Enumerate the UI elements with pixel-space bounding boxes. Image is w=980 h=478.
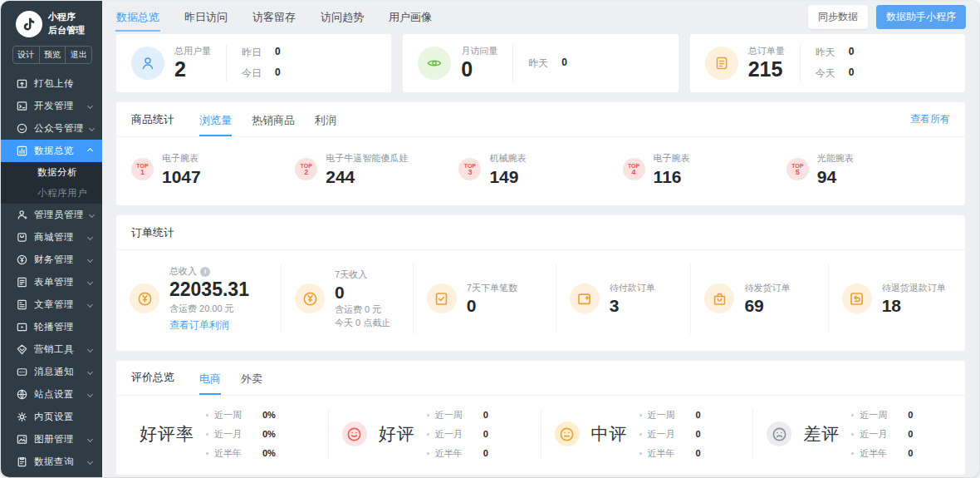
- top-rank-badge: TOP5: [786, 158, 809, 180]
- chevron-down-icon: [87, 257, 93, 263]
- logout-button[interactable]: 退出: [65, 47, 91, 63]
- neutral-reviews-group: 中评 近一周0 近一月0 近半年0: [541, 409, 753, 460]
- metric-label: 近一月: [860, 428, 894, 441]
- sidebar-item-notifications[interactable]: 消息通知: [1, 361, 102, 383]
- coin-icon: [130, 283, 159, 313]
- info-icon[interactable]: i: [200, 267, 210, 277]
- metric-value: 0: [908, 410, 913, 420]
- bullet-dot: [851, 433, 854, 436]
- stat-main: 总订单量 215: [748, 45, 801, 81]
- package-upload-icon: [16, 77, 28, 90]
- sidebar-item-promotion[interactable]: 推广管理: [1, 473, 102, 477]
- sidebar-item-data-query[interactable]: 数据查询: [1, 451, 102, 473]
- metric-value: 0%: [262, 448, 276, 458]
- order-stats-row: 总收入i 22035.31 含运费 20.00 元 查看订单利润 7天收入 0 …: [116, 250, 965, 351]
- sync-data-button[interactable]: 同步数据: [808, 5, 868, 29]
- badge-rank: 2: [304, 169, 308, 176]
- sidebar-item-data-overview[interactable]: 数据总览: [1, 140, 102, 162]
- detail-label: 昨日: [242, 46, 275, 60]
- product-value: 244: [326, 167, 408, 187]
- product-value: 116: [654, 167, 690, 187]
- neutral-face-icon: [555, 421, 580, 446]
- order-value: 3: [610, 295, 655, 316]
- product-name: 电子腕表: [162, 152, 201, 165]
- metric-label: 近一周: [214, 409, 249, 421]
- review-stats-header: 评价总览 电商 外卖: [116, 361, 965, 396]
- tab-ecommerce[interactable]: 电商: [199, 361, 221, 395]
- order-label: 待发货订单: [744, 282, 790, 294]
- total-revenue-item: 总收入i 22035.31 含运费 20.00 元 查看订单利润: [116, 264, 281, 334]
- sidebar-item-dev[interactable]: 开发管理: [1, 95, 102, 117]
- stat-label: 月访问量: [461, 45, 497, 57]
- stat-label: 总用户量: [174, 45, 211, 57]
- view-order-profit-link[interactable]: 查看订单利润: [169, 318, 249, 333]
- top-product-4: TOP4 电子腕表116: [623, 152, 786, 187]
- chevron-down-icon: [87, 103, 93, 109]
- tab-yesterday-visits[interactable]: 昨日访问: [184, 2, 228, 32]
- sidebar-item-carousel[interactable]: 轮播管理: [1, 316, 102, 338]
- article-icon: [16, 298, 28, 311]
- tab-takeout[interactable]: 外卖: [241, 361, 262, 395]
- sidebar-subitem-miniapp-users[interactable]: 小程序用户: [1, 183, 102, 204]
- sidebar-item-mall[interactable]: 商城管理: [1, 226, 102, 249]
- sidebar-item-official-account[interactable]: 公众号管理: [1, 117, 102, 140]
- sidebar: 小程序 后台管理 设计 预览 退出 打包上传 开发管理 公众号管理: [1, 1, 102, 477]
- tab-visit-trend[interactable]: 访问趋势: [320, 2, 365, 32]
- bullet-dot: [639, 452, 642, 455]
- tab-page-views[interactable]: 浏览量: [199, 102, 232, 136]
- sidebar-subitem-data-analysis[interactable]: 数据分析: [1, 162, 102, 183]
- review-stats-title: 评价总览: [131, 370, 174, 385]
- app-title-line2: 后台管理: [48, 24, 85, 37]
- sidebar-item-forms[interactable]: 表单管理: [1, 271, 102, 293]
- product-name: 电子牛逼智能傻瓜娃: [326, 152, 408, 165]
- stat-details: 昨日0 今日0: [242, 46, 281, 81]
- preview-button[interactable]: 预览: [39, 47, 66, 63]
- review-lines: 近一周0% 近一月0% 近半年0%: [206, 409, 276, 460]
- chevron-down-icon: [87, 436, 93, 442]
- negative-reviews-group: 差评 近一周0 近一月0 近半年0: [752, 409, 965, 460]
- view-all-link[interactable]: 查看所有: [910, 112, 950, 126]
- badge-rank: 5: [796, 169, 800, 176]
- marketing-tools-icon: [16, 343, 28, 356]
- sidebar-item-package-upload[interactable]: 打包上传: [1, 72, 102, 95]
- sidebar-item-articles[interactable]: 文章管理: [1, 293, 102, 316]
- stat-value: 2: [174, 57, 211, 81]
- sidebar-item-site-settings[interactable]: 站点设置: [1, 383, 102, 406]
- sidebar-item-label: 营销工具: [34, 343, 82, 356]
- order-stats-title: 订单统计: [131, 225, 174, 240]
- product-value: 94: [817, 167, 854, 187]
- detail-value: 0: [849, 67, 855, 81]
- sidebar-item-page-settings[interactable]: 内页设置: [1, 406, 102, 428]
- chevron-down-icon: [89, 212, 95, 218]
- product-stats-card: 商品统计 浏览量 热销商品 利润 查看所有 TOP1 电子腕表1047 TOP2: [115, 101, 966, 206]
- product-name: 机械腕表: [489, 152, 526, 165]
- tab-visitor-retention[interactable]: 访客留存: [252, 2, 296, 32]
- tab-user-profile[interactable]: 用户画像: [388, 2, 433, 32]
- sidebar-item-label: 开发管理: [34, 100, 82, 112]
- content: 总用户量 2 昨日0 今日0 月访问量 0: [102, 32, 979, 477]
- tab-hot-products[interactable]: 热销商品: [252, 102, 295, 136]
- tab-data-overview[interactable]: 数据总览: [115, 2, 160, 32]
- review-group-name: 好评: [379, 422, 415, 446]
- monthly-visits-card: 月访问量 0 昨天0: [402, 33, 679, 93]
- chevron-down-icon: [87, 347, 93, 352]
- order-value: 69: [744, 295, 790, 316]
- chevron-down-icon: [87, 279, 93, 285]
- sidebar-item-label: 站点设置: [34, 388, 82, 401]
- review-group-name: 好评率: [140, 422, 194, 446]
- sidebar-item-finance[interactable]: 财务管理: [1, 249, 102, 271]
- admin-users-icon: [16, 209, 28, 221]
- review-groups-row: 好评率 近一周0% 近一月0% 近半年0% 好评 近一周0: [116, 396, 965, 475]
- tab-profit[interactable]: 利润: [315, 102, 336, 136]
- product-stats-tabs: 浏览量 热销商品 利润: [199, 102, 910, 136]
- order-label: 总收入: [169, 265, 197, 278]
- sidebar-item-label: 文章管理: [34, 298, 82, 311]
- sidebar-item-admins[interactable]: 管理员管理: [1, 204, 102, 226]
- message-icon: [16, 366, 28, 378]
- sidebar-item-marketing[interactable]: 营销工具: [1, 338, 102, 361]
- stat-label: 总订单量: [748, 45, 785, 57]
- data-assistant-button[interactable]: 数据助手小程序: [876, 5, 966, 29]
- design-button[interactable]: 设计: [13, 47, 39, 63]
- metric-label: 近一周: [860, 409, 894, 421]
- sidebar-item-gallery[interactable]: 图册管理: [1, 428, 102, 451]
